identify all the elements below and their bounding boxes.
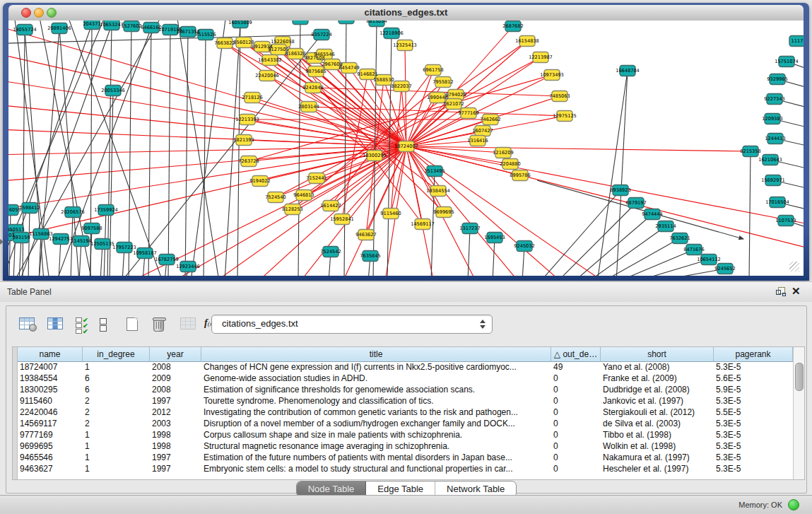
table-cell[interactable]: Jankovic et al. (1997) [601, 395, 712, 407]
table-cell[interactable]: 9699695 [18, 440, 81, 452]
graph-edge[interactable] [177, 21, 219, 276]
window-grow-handle[interactable] [789, 262, 799, 271]
table-cell[interactable]: 0 [551, 418, 599, 429]
graph-edge[interactable] [749, 151, 751, 276]
table-cell[interactable]: 2012 [150, 407, 199, 418]
table-cell[interactable]: 2 [83, 407, 148, 418]
table-cell[interactable]: 5.3E-5 [714, 361, 791, 373]
graph-edge[interactable] [616, 71, 628, 276]
table-cell[interactable]: 14569117 [18, 418, 81, 429]
select-rows-icon[interactable]: ✔✔✔ [73, 315, 94, 334]
close-panel-icon[interactable]: ✕ [792, 286, 801, 297]
table-cell[interactable]: 5.3E-5 [714, 452, 791, 463]
column-header-year[interactable]: year [150, 347, 201, 362]
graph-node[interactable] [339, 21, 354, 24]
column-header-name[interactable]: name [18, 347, 83, 362]
table-cell[interactable]: 5.3E-5 [714, 440, 791, 452]
graph-edge[interactable] [204, 35, 206, 276]
graph-edge[interactable] [8, 42, 406, 146]
table-cell[interactable]: de Silva et al. (2003) [601, 418, 712, 429]
node-attribute-table[interactable]: namein_degreeyeartitle△ out_de…shortpage… [12, 346, 805, 480]
table-cell[interactable]: 5.3E-5 [714, 418, 791, 429]
column-stack-icon[interactable] [97, 315, 118, 334]
table-cell[interactable]: 5.3E-5 [714, 429, 791, 440]
graph-edge[interactable] [406, 146, 444, 212]
table-cell[interactable]: 1 [83, 429, 148, 440]
table-cell[interactable]: Stergiakouli et al. (2012) [601, 407, 712, 418]
table-cell[interactable]: 9465546 [18, 452, 81, 463]
table-cell[interactable]: 0 [551, 452, 599, 463]
table-settings-icon[interactable] [16, 315, 37, 334]
table-cell[interactable]: Nakamura et al. (1997) [601, 452, 712, 463]
table-cell[interactable]: 0 [551, 384, 599, 395]
table-cell[interactable]: Embryonic stem cells: a model to study s… [201, 463, 549, 474]
float-panel-icon[interactable] [776, 287, 786, 296]
table-cell[interactable]: Tourette syndrome. Phenomenology and cla… [201, 395, 549, 407]
table-cell[interactable]: Tibbo et al. (1998) [601, 429, 712, 440]
delete-table-icon[interactable] [151, 315, 172, 334]
table-cell[interactable]: 1998 [150, 440, 199, 452]
table-cell[interactable]: 2009 [150, 373, 199, 384]
column-header-in_degree[interactable]: in_degree [83, 347, 150, 362]
table-cell[interactable]: Estimation of significance thresholds fo… [201, 384, 549, 395]
table-cell[interactable]: 2 [83, 395, 148, 407]
table-cell[interactable]: 0 [551, 373, 599, 384]
graph-edge[interactable] [107, 25, 112, 276]
table-cell[interactable]: 2 [83, 418, 148, 429]
table-cell[interactable]: 1 [83, 463, 148, 474]
graph-edge[interactable] [597, 71, 628, 276]
graph-edge[interactable] [556, 203, 636, 276]
table-cell[interactable]: 1 [83, 440, 148, 452]
table-cell[interactable]: 0 [551, 440, 599, 452]
table-cell[interactable]: 1997 [150, 463, 199, 474]
table-cell[interactable]: Dudbridge et al. (2008) [601, 384, 712, 395]
table-cell[interactable]: 0 [551, 407, 599, 418]
table-cell[interactable]: Structural magnetic resonance image aver… [201, 440, 549, 452]
scrollbar-thumb[interactable] [795, 363, 804, 391]
graph-edge[interactable] [267, 76, 406, 146]
table-cell[interactable]: Franke et al. (2009) [601, 373, 712, 384]
citation-network-graph[interactable]: 1872400776638228560128891293415226058912… [8, 21, 804, 276]
table-cell[interactable]: 18300295 [18, 384, 81, 395]
graph-edge[interactable] [252, 98, 406, 146]
new-table-icon[interactable] [124, 315, 145, 334]
table-cell[interactable]: Corpus callosum shape and size in male p… [201, 429, 549, 440]
table-cell[interactable]: 5.3E-5 [714, 463, 791, 474]
table-cell[interactable]: 1997 [150, 452, 199, 463]
table-cell[interactable]: 0 [551, 429, 599, 440]
table-cell[interactable]: 22420046 [18, 407, 81, 418]
vertical-scrollbar[interactable] [793, 347, 804, 479]
graph-edge[interactable] [406, 146, 804, 226]
graph-node[interactable] [293, 21, 308, 25]
table-cell[interactable]: 5.5E-5 [714, 407, 791, 418]
table-cell[interactable]: 1997 [150, 395, 199, 407]
graph-edge[interactable] [168, 30, 170, 276]
panel-collapse-chevron-icon[interactable] [0, 239, 4, 245]
table-cell[interactable]: 5.9E-5 [714, 384, 791, 395]
table-cell[interactable]: 1998 [150, 429, 199, 440]
table-cell[interactable]: Hescheler et al. (1997) [601, 463, 712, 474]
graph-edge[interactable] [572, 214, 652, 276]
table-cell[interactable]: 49 [551, 361, 599, 373]
table-cell[interactable]: 1 [83, 452, 148, 463]
column-header-title[interactable]: title [201, 347, 551, 362]
network-graph-canvas[interactable]: 1872400776638228560128891293415226058912… [8, 21, 804, 276]
table-cell[interactable]: 2008 [150, 384, 199, 395]
table-cell[interactable]: 9115460 [18, 395, 81, 407]
table-cell[interactable]: Wolkin et al. (1998) [601, 440, 712, 452]
table-cell[interactable]: Changes of HCN gene expression and I(f) … [201, 361, 549, 373]
table-cell[interactable]: Estimation of the future numbers of pati… [201, 452, 549, 463]
column-header-pagerank[interactable]: pagerank [714, 347, 793, 362]
graph-edge[interactable] [615, 250, 694, 276]
table-cell[interactable]: 0 [551, 463, 599, 474]
table-cell[interactable]: Disruption of a novel member of a sodium… [201, 418, 549, 429]
column-header-short[interactable]: short [601, 347, 714, 362]
graph-edge[interactable] [406, 146, 751, 151]
table-cell[interactable]: 1 [83, 361, 148, 373]
graph-edge[interactable] [129, 26, 131, 276]
table-cell[interactable]: 18724007 [18, 361, 81, 373]
table-cell[interactable]: Genome-wide association studies in ADHD. [201, 373, 549, 384]
table-cell[interactable]: 19384554 [18, 373, 81, 384]
table-cell[interactable]: 6 [83, 373, 148, 384]
table-cell[interactable]: 9777169 [18, 429, 81, 440]
